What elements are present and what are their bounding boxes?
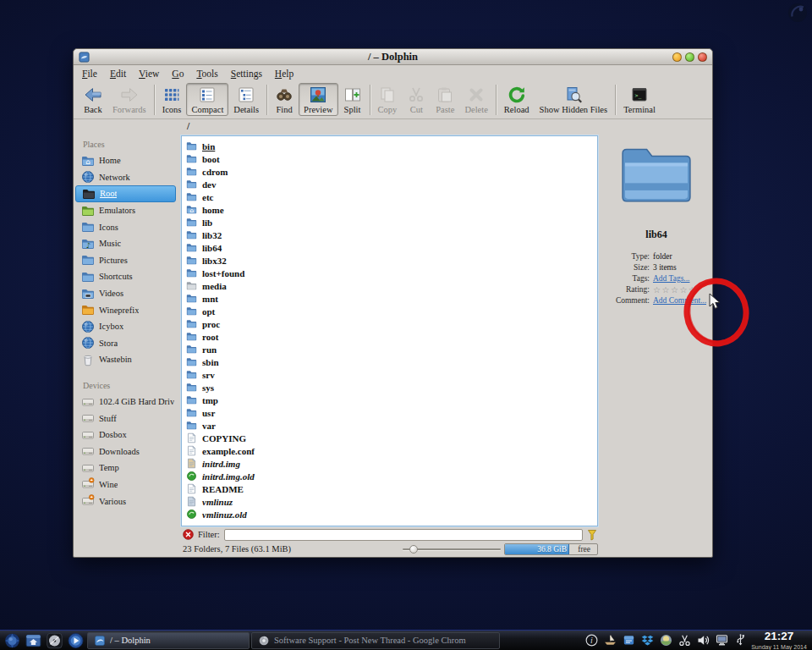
minimize-button[interactable] [672, 52, 682, 62]
media-player-icon[interactable] [65, 631, 86, 650]
zoom-slider-handle[interactable] [409, 545, 418, 554]
file-item[interactable]: mnt [186, 292, 595, 305]
file-item[interactable]: README [186, 482, 595, 495]
toolbar-button[interactable]: Find [270, 83, 299, 116]
file-item[interactable]: bin [186, 140, 595, 152]
property-value[interactable]: folder [653, 251, 672, 262]
menu-item[interactable]: File [82, 69, 97, 79]
menu-item[interactable]: Settings [231, 69, 262, 79]
toolbar-button[interactable]: Details [228, 83, 264, 116]
device-item[interactable]: Temp [75, 460, 176, 476]
device-item[interactable]: 102.4 GiB Hard Drive [75, 394, 176, 410]
file-item[interactable]: example.conf [186, 444, 595, 457]
breadcrumb-path[interactable]: / [187, 121, 189, 131]
file-manager-icon[interactable] [23, 631, 44, 650]
ship-icon[interactable] [603, 633, 617, 647]
toolbar-button[interactable]: Delete [459, 83, 492, 116]
places-item[interactable]: Wineprefix [75, 301, 176, 318]
network-monitor-icon[interactable] [715, 633, 729, 647]
places-item[interactable]: Network [75, 169, 176, 186]
property-value[interactable]: 3 items [653, 262, 677, 273]
file-item[interactable]: run [186, 343, 595, 355]
device-item[interactable]: Dosbox [75, 427, 176, 443]
file-item[interactable]: lib [186, 216, 595, 229]
weather-icon[interactable] [659, 633, 673, 647]
device-item[interactable]: Downloads [75, 443, 176, 460]
clock[interactable]: 21:27 Sunday 11 May 2014 [748, 631, 810, 650]
file-item[interactable]: root [186, 330, 595, 343]
taskbar-task[interactable]: Software Support - Post New Thread - Goo… [251, 632, 500, 649]
toolbar-button[interactable]: Compact [186, 83, 228, 116]
breadcrumb[interactable]: / [74, 119, 712, 135]
file-item[interactable]: lib32 [186, 229, 595, 241]
file-item[interactable]: libx32 [186, 254, 595, 267]
places-item[interactable]: Root [75, 185, 176, 202]
places-item[interactable]: Icons [75, 218, 176, 235]
toolbar-button[interactable]: Icons [157, 83, 187, 116]
file-item[interactable]: boot [186, 152, 595, 165]
toolbar-button[interactable]: Cut [402, 83, 431, 116]
toolbar-button[interactable]: Back [79, 83, 107, 116]
file-item[interactable]: COPYING [186, 432, 595, 444]
file-item[interactable]: cdrom [186, 165, 595, 178]
file-item[interactable]: usr [186, 406, 595, 419]
usb-icon[interactable] [733, 633, 748, 647]
places-item[interactable]: Wastebin [75, 351, 176, 368]
file-item[interactable]: initrd.img [186, 457, 595, 470]
file-item[interactable]: tmp [186, 394, 595, 406]
file-item[interactable]: sys [186, 381, 595, 394]
file-item[interactable]: ⌂ home [186, 203, 595, 216]
volume-icon[interactable] [696, 633, 710, 647]
toolbar-button[interactable]: Reload [499, 83, 535, 116]
property-value[interactable]: Add Tags... [653, 273, 690, 284]
menu-item[interactable]: Tools [196, 69, 217, 79]
file-item[interactable]: srv [186, 368, 595, 381]
device-item[interactable]: Wine [75, 476, 176, 493]
file-sync-icon[interactable] [622, 633, 636, 647]
toolbar-button[interactable]: Split [338, 83, 367, 116]
file-view[interactable]: bin boot cdrom dev [181, 135, 598, 526]
titlebar[interactable]: / – Dolphin [74, 49, 712, 65]
toolbar-button[interactable]: >_ Terminal [618, 83, 661, 116]
toolbar-button[interactable]: Show Hidden Files [535, 83, 613, 116]
toolbar-button[interactable]: Preview [299, 83, 337, 116]
file-item[interactable]: vmlinuz [186, 495, 595, 508]
places-item[interactable]: Icybox [75, 318, 176, 335]
file-item[interactable]: sbin [186, 355, 595, 368]
klipper-scissors-icon[interactable] [678, 633, 692, 647]
zoom-slider[interactable] [403, 544, 501, 554]
file-item[interactable]: lib64 [186, 241, 595, 254]
file-item[interactable]: proc [186, 317, 595, 330]
kde-menu-icon[interactable] [2, 631, 23, 650]
property-value[interactable]: ☆☆☆☆☆ [653, 284, 697, 295]
places-item[interactable]: Emulators [75, 202, 176, 219]
property-value[interactable]: Add Comment... [653, 295, 706, 306]
menu-item[interactable]: Edit [110, 69, 126, 79]
clear-filter-icon[interactable] [183, 529, 194, 540]
file-item[interactable]: var [186, 419, 595, 432]
disc-app-icon[interactable] [44, 631, 65, 650]
places-item[interactable]: Pictures [75, 252, 176, 269]
device-item[interactable]: Various [75, 493, 176, 510]
menu-item[interactable]: View [139, 69, 159, 79]
places-item[interactable]: ♪ Music [75, 235, 176, 252]
filter-input[interactable] [224, 529, 583, 541]
file-item[interactable]: dev [186, 178, 595, 190]
places-item[interactable]: ⌂ Home [75, 152, 176, 169]
menu-item[interactable]: Help [275, 69, 294, 79]
maximize-button[interactable] [685, 52, 694, 62]
menu-item[interactable]: Go [172, 69, 184, 79]
places-item[interactable]: Stora [75, 335, 176, 352]
toolbar-button[interactable]: Forwards [107, 83, 151, 116]
file-item[interactable]: initrd.img.old [186, 470, 595, 482]
device-item[interactable]: Stuff [75, 410, 176, 427]
file-item[interactable]: etc [186, 190, 595, 203]
plasma-toolbox-icon[interactable] [787, 2, 809, 24]
file-item[interactable]: media [186, 279, 595, 292]
file-item[interactable]: opt [186, 305, 595, 317]
file-item[interactable]: vmlinuz.old [186, 508, 595, 521]
places-item[interactable]: Shortcuts [75, 268, 176, 285]
places-item[interactable]: Videos [75, 285, 176, 302]
file-item[interactable]: lost+found [186, 267, 595, 279]
toolbar-button[interactable]: Copy [373, 83, 403, 116]
